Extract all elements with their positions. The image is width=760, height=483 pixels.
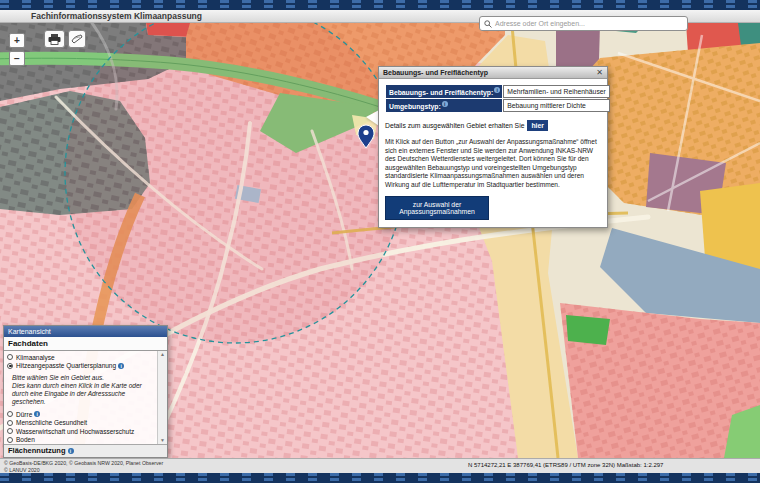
- details-line: Details zum ausgewählten Gebiet erhalten…: [385, 120, 600, 131]
- layer-options-top: Klimaanalyse i Hitzeangepasste Quartiers…: [7, 353, 155, 370]
- hier-button[interactable]: hier: [527, 120, 547, 131]
- layer-option[interactable]: Boden i: [7, 436, 155, 445]
- radio-icon[interactable]: [7, 411, 13, 417]
- draw-icon: [71, 33, 83, 45]
- status-bar: © GeoBasis-DE/BKG 2020, © Geobasis NRW 2…: [0, 458, 760, 473]
- layer-option[interactable]: Hitzeangepasste Quartiersplanung i: [7, 362, 155, 371]
- zoom-in-button[interactable]: +: [9, 33, 25, 48]
- zoom-out-button[interactable]: −: [9, 51, 25, 66]
- app-title: Fachinformationssystem Klimaanpassung: [31, 10, 202, 22]
- popup-titlebar[interactable]: Bebauungs- und Freiflächentyp ✕: [379, 67, 607, 79]
- scroll-down-icon[interactable]: ▼: [160, 437, 165, 444]
- draw-button[interactable]: [68, 30, 86, 48]
- radio-icon[interactable]: [7, 428, 13, 434]
- table-row: Bebauungs- und Freiflächentyp:i Mehrfami…: [386, 85, 610, 98]
- selection-circle: [65, 23, 405, 343]
- selection-hint: Bitte wählen Sie ein Gebiet aus. Dies ka…: [12, 374, 155, 406]
- info-icon[interactable]: i: [118, 363, 124, 369]
- scroll-up-icon[interactable]: ▲: [160, 351, 165, 358]
- window-frame-bottom: [0, 473, 760, 483]
- row-label: Bebauungs- und Freiflächentyp:: [389, 89, 493, 96]
- layer-option[interactable]: Wasserwirtschaft und Hochwasserschutz i: [7, 427, 155, 436]
- radio-icon[interactable]: [7, 354, 13, 360]
- search-placeholder: Adresse oder Ort eingeben...: [495, 20, 585, 27]
- map-view-panel: Kartenansicht Fachdaten Klimaanalyse i H…: [3, 325, 168, 458]
- row-value: Mehrfamilien- und Reihenhäuser: [503, 85, 610, 98]
- layer-option[interactable]: Klimaanalyse i: [7, 353, 155, 362]
- panel-title: Kartenansicht: [8, 328, 51, 335]
- info-icon[interactable]: i: [494, 87, 500, 93]
- printer-icon: [48, 34, 61, 45]
- info-icon[interactable]: i: [442, 101, 448, 107]
- radio-icon[interactable]: [7, 363, 13, 369]
- search-icon: [484, 20, 492, 28]
- coordinates-readout: N 5714272,21 E 387769,41 (ETRS89 / UTM z…: [468, 462, 663, 468]
- panel-titlebar[interactable]: Kartenansicht: [4, 326, 167, 337]
- layer-option[interactable]: Menschliche Gesundheit i: [7, 419, 155, 428]
- panel-section-header: Fachdaten: [4, 337, 167, 351]
- radio-icon[interactable]: [7, 420, 13, 426]
- popup-title: Bebauungs- und Freiflächentyp: [383, 69, 596, 76]
- table-row: Umgebungstyp:i Bebauung mittlerer Dichte: [386, 99, 610, 112]
- print-button[interactable]: [44, 30, 65, 48]
- search-box[interactable]: Adresse oder Ort eingeben...: [479, 16, 688, 31]
- layer-options-bottom: Dürre i Menschliche Gesundheit i Wasserw…: [7, 410, 155, 444]
- map-attribution: © GeoBasis-DE/BKG 2020, © Geobasis NRW 2…: [4, 460, 163, 473]
- panel-scrollbar[interactable]: ▲ ▼: [157, 351, 167, 444]
- feature-attributes-table: Bebauungs- und Freiflächentyp:i Mehrfami…: [385, 84, 611, 113]
- radio-icon[interactable]: [7, 437, 13, 443]
- close-icon[interactable]: ✕: [596, 69, 603, 77]
- land-use-section[interactable]: Flächennutzungi: [4, 444, 167, 457]
- info-icon[interactable]: i: [34, 411, 40, 417]
- info-icon[interactable]: i: [68, 448, 74, 454]
- window-frame-top: [0, 0, 760, 10]
- open-inkas-button[interactable]: zur Auswahl der Anpassungsmaßnahmen: [385, 196, 489, 220]
- row-value: Bebauung mittlerer Dichte: [503, 99, 610, 112]
- row-label: Umgebungstyp:: [389, 103, 441, 110]
- feature-info-popup: Bebauungs- und Freiflächentyp ✕ Bebauung…: [378, 66, 608, 228]
- layer-option[interactable]: Dürre i: [7, 410, 155, 419]
- popup-description: Mit Klick auf den Button „zur Auswahl de…: [385, 138, 600, 189]
